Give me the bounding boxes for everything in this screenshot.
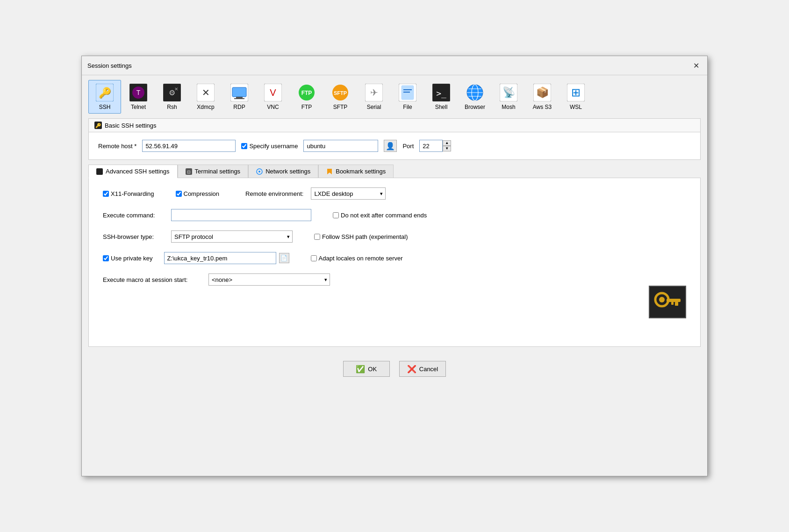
user-icon-button[interactable]: 👤	[384, 140, 397, 152]
tab-network[interactable]: Network settings	[248, 165, 318, 178]
cancel-button[interactable]: ❌ Cancel	[399, 361, 446, 377]
tab-network-label: Network settings	[265, 168, 310, 175]
serial-label: Serial	[367, 104, 381, 110]
compression-group[interactable]: Compression	[176, 190, 220, 197]
ssh-browser-row: SSH-browser type: SFTP protocol SCP prot…	[103, 230, 686, 243]
svg-text:🔑: 🔑	[99, 86, 112, 99]
port-input[interactable]	[419, 140, 443, 152]
tab-bookmark[interactable]: Bookmark settings	[318, 165, 394, 178]
protocol-awss3[interactable]: 📦 Aws S3	[526, 80, 559, 114]
protocol-browser[interactable]: Browser	[459, 80, 491, 114]
basic-fields-row: Remote host * Specify username 👤 Port ▲ …	[98, 140, 691, 152]
svg-text:>_: >_	[436, 88, 446, 98]
macro-select-wrapper: <none>	[208, 273, 330, 286]
basic-ssh-tab-label: Basic SSH settings	[105, 122, 157, 129]
do-not-exit-group[interactable]: Do not exit after command ends	[333, 212, 427, 219]
execute-cmd-input[interactable]	[171, 209, 311, 221]
private-key-label: Use private key	[111, 255, 153, 262]
macro-select[interactable]: <none>	[208, 273, 330, 286]
svg-rect-26	[403, 92, 410, 93]
remote-host-input[interactable]	[142, 140, 236, 152]
cancel-label: Cancel	[419, 366, 438, 373]
svg-rect-52	[675, 302, 678, 306]
specify-username-checkbox[interactable]	[241, 143, 247, 149]
remote-host-label: Remote host *	[98, 143, 136, 150]
private-key-group[interactable]: Use private key	[103, 255, 153, 262]
svg-text:⊞: ⊞	[571, 86, 581, 99]
ssh-browser-wrapper: SFTP protocol SCP protocol	[171, 230, 293, 243]
tab-terminal[interactable]: ⊡ Terminal settings	[178, 165, 249, 178]
protocol-telnet[interactable]: T Telnet	[122, 80, 155, 114]
svg-text:V: V	[270, 87, 276, 98]
advanced-tab-bar: Advanced SSH settings ⊡ Terminal setting…	[88, 165, 701, 178]
ssh-browser-label: SSH-browser type:	[103, 233, 164, 240]
protocol-mosh[interactable]: 📡 Mosh	[492, 80, 525, 114]
protocol-file[interactable]: File	[391, 80, 424, 114]
protocol-xdmcp[interactable]: ✕ Xdmcp	[189, 80, 222, 114]
ftp-label: FTP	[301, 104, 312, 110]
do-not-exit-checkbox[interactable]	[333, 212, 339, 218]
close-button[interactable]: ✕	[690, 60, 702, 71]
awss3-label: Aws S3	[533, 104, 552, 110]
svg-rect-53	[671, 302, 674, 305]
protocol-bar: 🔑 SSH T Telnet ⚙ ✕	[82, 75, 707, 118]
follow-ssh-checkbox[interactable]	[314, 234, 320, 240]
private-key-checkbox[interactable]	[103, 255, 109, 261]
svg-rect-43	[96, 168, 103, 175]
rsh-icon: ⚙ ✕	[163, 83, 181, 102]
do-not-exit-label: Do not exit after command ends	[341, 212, 427, 219]
xdmcp-icon: ✕	[196, 83, 215, 102]
protocol-rsh[interactable]: ⚙ ✕ Rsh	[156, 80, 188, 114]
svg-rect-51	[667, 299, 681, 302]
x11-forwarding-label: X11-Forwarding	[111, 190, 154, 197]
remote-env-label: Remote environment:	[245, 190, 303, 197]
username-input[interactable]	[303, 140, 378, 152]
tab-advanced-ssh[interactable]: Advanced SSH settings	[88, 165, 178, 178]
svg-rect-25	[403, 89, 412, 90]
awss3-icon: 📦	[533, 83, 552, 102]
file-label: File	[403, 104, 412, 110]
ok-icon: ✅	[356, 365, 365, 374]
x11-forwarding-checkbox[interactable]	[103, 191, 109, 197]
session-settings-dialog: Session settings ✕ 🔑 SSH T Teln	[81, 56, 708, 476]
key-image	[649, 286, 686, 318]
serial-icon: ✈	[365, 83, 383, 102]
ssh-label: SSH	[99, 104, 111, 110]
protocol-serial[interactable]: ✈ Serial	[358, 80, 390, 114]
svg-text:T: T	[136, 89, 141, 96]
svg-text:📦: 📦	[536, 86, 549, 99]
remote-env-select[interactable]: LXDE desktop XFCE desktop KDE desktop GN…	[311, 187, 386, 200]
svg-point-47	[258, 171, 260, 173]
protocol-sftp[interactable]: SFTP SFTP	[324, 80, 357, 114]
x11-forwarding-group[interactable]: X11-Forwarding	[103, 190, 154, 197]
vnc-icon: V	[264, 83, 282, 102]
protocol-shell[interactable]: >_ Shell	[425, 80, 458, 114]
compression-checkbox[interactable]	[176, 191, 182, 197]
file-browse-button[interactable]: 📄	[279, 253, 289, 263]
adapt-locales-checkbox[interactable]	[311, 255, 317, 261]
protocol-ftp[interactable]: FTP FTP	[290, 80, 323, 114]
svg-text:🔑: 🔑	[95, 122, 101, 129]
protocol-rdp[interactable]: RDP	[223, 80, 256, 114]
adapt-locales-group[interactable]: Adapt locales on remote server	[311, 255, 403, 262]
wsl-label: WSL	[570, 104, 582, 110]
adapt-locales-label: Adapt locales on remote server	[319, 255, 403, 262]
cancel-icon: ❌	[407, 365, 416, 374]
dialog-title: Session settings	[87, 62, 132, 69]
protocol-wsl[interactable]: ⊞ WSL	[559, 80, 592, 114]
protocol-vnc[interactable]: V VNC	[257, 80, 289, 114]
specify-username-checkbox-group[interactable]: Specify username	[241, 143, 298, 150]
follow-ssh-group[interactable]: Follow SSH path (experimental)	[314, 233, 408, 240]
ok-label: OK	[368, 366, 377, 373]
ssh-browser-select[interactable]: SFTP protocol SCP protocol	[171, 230, 293, 243]
svg-text:FTP: FTP	[301, 90, 312, 96]
private-key-input[interactable]	[164, 252, 276, 264]
port-down-button[interactable]: ▼	[443, 146, 451, 151]
mosh-label: Mosh	[502, 104, 515, 110]
protocol-ssh[interactable]: 🔑 SSH	[88, 80, 121, 114]
port-spinner: ▲ ▼	[443, 140, 451, 151]
ok-button[interactable]: ✅ OK	[343, 361, 390, 377]
rdp-icon	[230, 83, 249, 102]
rsh-label: Rsh	[167, 104, 177, 110]
port-up-button[interactable]: ▲	[443, 140, 451, 146]
